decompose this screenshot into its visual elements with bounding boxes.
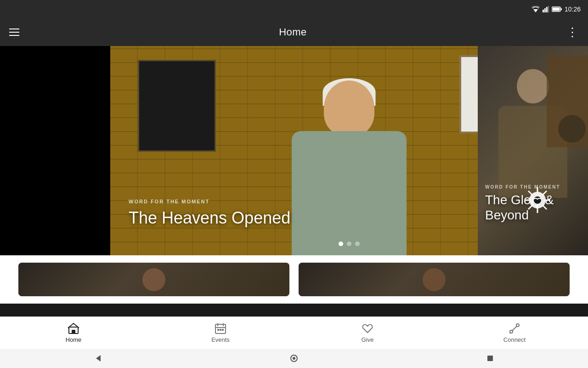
nav-item-home[interactable]: Home <box>55 322 92 343</box>
svg-rect-2 <box>544 8 546 12</box>
svg-point-33 <box>293 357 295 360</box>
give-nav-icon <box>362 322 373 334</box>
carousel-dot-0[interactable] <box>339 242 343 246</box>
slide-category: WORD FOR THE MOMENT <box>129 199 290 204</box>
svg-rect-1 <box>543 10 544 12</box>
android-recents-button[interactable] <box>483 354 497 363</box>
more-options-icon[interactable]: ⋮ <box>566 26 579 38</box>
wifi-icon <box>531 6 540 12</box>
svg-rect-19 <box>72 330 75 334</box>
svg-line-30 <box>509 333 510 334</box>
svg-line-14 <box>543 205 547 209</box>
svg-marker-0 <box>533 9 538 12</box>
nav-item-give[interactable]: Give <box>349 322 386 343</box>
slide-title: The Heavens Opened <box>129 208 290 228</box>
android-home-button[interactable] <box>287 354 301 363</box>
nav-item-events[interactable]: Events <box>202 322 239 343</box>
carousel-dots <box>339 242 360 246</box>
svg-line-13 <box>528 191 532 195</box>
status-bar: 10:26 <box>0 0 588 18</box>
svg-line-27 <box>512 326 517 331</box>
svg-rect-3 <box>546 7 548 12</box>
nav-label-events: Events <box>211 336 230 343</box>
svg-rect-26 <box>222 329 224 331</box>
status-icons: 10:26 <box>531 6 581 13</box>
svg-rect-25 <box>220 329 221 331</box>
home-nav-icon <box>68 322 79 334</box>
status-time: 10:26 <box>565 6 581 13</box>
svg-rect-4 <box>548 6 549 12</box>
app-bar: Home ⋮ <box>0 18 588 46</box>
card-thumbnail-1 <box>142 268 165 291</box>
hero-carousel[interactable]: WORD FOR THE MOMENT The Heavens Opened <box>0 46 588 255</box>
connect-nav-icon <box>509 322 520 334</box>
events-nav-icon <box>215 322 226 334</box>
person-body <box>292 131 407 255</box>
card-inner-2 <box>299 263 570 296</box>
carousel-slide-secondary[interactable]: WORD FOR THE MOMENT The Glory & Beyond <box>478 46 588 255</box>
battery-icon <box>552 6 562 12</box>
android-back-button[interactable] <box>91 354 105 363</box>
carousel-black-panel <box>0 46 110 255</box>
svg-marker-31 <box>96 355 101 362</box>
app-bar-title: Home <box>279 26 307 38</box>
carousel-dot-2[interactable] <box>355 242 360 246</box>
signal-icon <box>543 6 549 12</box>
cards-area <box>0 255 588 304</box>
carousel-dot-1[interactable] <box>347 242 351 246</box>
svg-rect-7 <box>552 8 560 11</box>
svg-rect-24 <box>217 329 219 331</box>
svg-point-29 <box>516 324 519 327</box>
person-figure <box>269 71 430 255</box>
bottom-nav: Home Events Give <box>0 316 588 349</box>
content-card-2[interactable] <box>299 263 570 296</box>
secondary-decor <box>558 115 586 143</box>
nav-label-give: Give <box>362 336 374 343</box>
svg-line-16 <box>528 205 532 209</box>
svg-line-15 <box>543 191 547 195</box>
nav-label-connect: Connect <box>503 336 526 343</box>
content-card-1[interactable] <box>18 263 289 296</box>
svg-rect-34 <box>487 356 493 361</box>
svg-point-17 <box>534 196 541 204</box>
wall-frame <box>138 60 216 152</box>
android-nav <box>0 349 588 368</box>
spark-icon <box>524 186 551 214</box>
nav-item-connect[interactable]: Connect <box>496 322 533 343</box>
svg-rect-6 <box>561 8 562 10</box>
secondary-figure-head <box>517 69 549 104</box>
card-inner-1 <box>18 263 289 296</box>
hamburger-menu-icon[interactable] <box>9 29 19 36</box>
slide-text: WORD FOR THE MOMENT The Heavens Opened <box>129 199 290 228</box>
nav-label-home: Home <box>66 336 82 343</box>
card-thumbnail-2 <box>423 268 446 291</box>
